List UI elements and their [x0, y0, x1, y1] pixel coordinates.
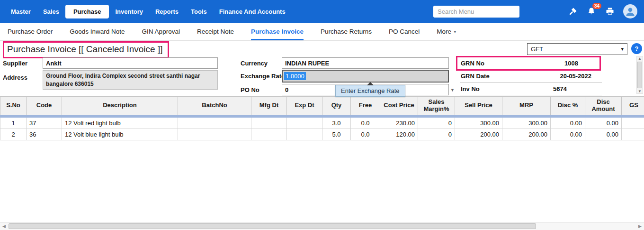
col-header-disc-pct: Disc %	[551, 97, 585, 115]
table-header-row: S.No Code Description BatchNo Mfg Dt Exp…	[0, 97, 644, 115]
cell-code[interactable]: 37	[27, 117, 62, 129]
cell-cost-price[interactable]: 230.00	[380, 117, 418, 129]
currency-input[interactable]	[282, 57, 449, 69]
cell-mrp[interactable]: 200.00	[502, 129, 551, 140]
items-grid: S.No Code Description BatchNo Mfg Dt Exp…	[0, 96, 644, 140]
cell-sales-margin[interactable]: 0	[418, 117, 455, 129]
menu-master[interactable]: Master	[5, 4, 37, 19]
tab-purchase-order[interactable]: Purchase Order	[8, 23, 53, 40]
cell-sno[interactable]: 1	[0, 117, 27, 129]
menu-tools[interactable]: Tools	[185, 4, 213, 19]
cell-qty[interactable]: 3.0	[322, 117, 351, 129]
search-input[interactable]	[433, 6, 519, 18]
col-header-description: Description	[62, 97, 178, 115]
tab-purchase-invoice[interactable]: Purchase Invoice	[251, 23, 304, 40]
cell-description[interactable]: 12 Volt red light bulb	[62, 117, 178, 129]
printer-icon[interactable]	[605, 6, 615, 17]
grn-date-value: 20-05-2022	[560, 73, 592, 80]
cell-disc-amount[interactable]: 0.00	[585, 129, 622, 140]
col-header-sno: S.No	[0, 97, 27, 115]
horizontal-scrollbar[interactable]: ◀ ▶	[0, 222, 644, 230]
col-header-gst: GS	[622, 97, 644, 115]
purchase-subnav: Purchase Order Goods Inward Note GIN App…	[0, 23, 644, 41]
cell-mfg-dt[interactable]	[251, 117, 287, 129]
cell-free[interactable]: 0.0	[351, 117, 380, 129]
cell-sell-price[interactable]: 200.00	[455, 129, 502, 140]
cell-disc-pct[interactable]: 0.00	[551, 117, 585, 129]
exchange-rate-selected-text: 1.0000	[284, 72, 306, 80]
exchange-rate-tooltip: Enter Exchange Rate	[335, 85, 405, 97]
app: { "colors": { "topbar_blue": "#1569d3", …	[0, 0, 644, 230]
grn-date-label: GRN Date	[461, 73, 490, 80]
address-label: Address	[3, 74, 27, 81]
notifications-bell-icon[interactable]: 34	[586, 6, 597, 17]
menu-purchase[interactable]: Purchase	[65, 5, 109, 18]
col-header-free: Free	[351, 97, 380, 115]
cell-gst[interactable]	[622, 117, 644, 129]
supplier-input[interactable]	[43, 57, 218, 69]
col-header-code: Code	[27, 97, 62, 115]
col-header-cost-price: Cost Price	[380, 97, 418, 115]
user-avatar[interactable]	[623, 4, 637, 18]
tab-po-cancel[interactable]: PO Cancel	[389, 23, 420, 40]
cell-sell-price[interactable]: 300.00	[455, 117, 502, 129]
col-header-mrp: MRP	[502, 97, 551, 115]
title-highlight-box: Purchase Invoice [[ Canceled Invoice ]]	[3, 41, 169, 58]
exchange-rate-input[interactable]: 1.0000	[282, 70, 449, 83]
cell-gst[interactable]	[622, 129, 644, 140]
menu-inventory[interactable]: Inventory	[109, 4, 149, 19]
cell-disc-amount[interactable]: 0.00	[585, 117, 622, 129]
cell-qty[interactable]: 5.0	[322, 129, 351, 140]
scroll-down-icon[interactable]: ▼	[638, 89, 642, 93]
grn-no-label: GRN No	[461, 60, 484, 67]
scroll-down-icon[interactable]: ▼	[450, 88, 455, 92]
col-header-sell-price: Sell Price	[455, 97, 502, 115]
help-button[interactable]: ?	[631, 43, 642, 54]
notification-badge: 34	[592, 3, 601, 9]
menu-finance-and-accounts[interactable]: Finance And Accounts	[213, 4, 292, 19]
gavel-icon[interactable]	[568, 6, 578, 17]
vertical-scroll-thumb[interactable]	[637, 62, 642, 88]
table-row: 1 37 12 Volt red light bulb 3.0 0.0 230.…	[0, 117, 644, 129]
col-header-qty: Qty	[322, 97, 351, 115]
col-header-batchno: BatchNo	[178, 97, 251, 115]
company-select[interactable]: GFT ▾	[527, 43, 627, 55]
cell-sales-margin[interactable]: 0	[418, 129, 455, 140]
scroll-up-icon[interactable]: ▲	[638, 56, 642, 61]
cell-disc-pct[interactable]: 0.00	[551, 129, 585, 140]
top-menu-bar: Master Sales Purchase Inventory Reports …	[0, 0, 644, 23]
vertical-scrollbar[interactable]: ▲ ▼	[636, 56, 643, 94]
cell-free[interactable]: 0.0	[351, 129, 380, 140]
chevron-down-icon: ▾	[621, 46, 624, 52]
menu-sales[interactable]: Sales	[37, 4, 65, 19]
tab-more[interactable]: More ▾	[437, 23, 456, 40]
scroll-left-icon[interactable]: ◀	[0, 222, 8, 230]
cell-mfg-dt[interactable]	[251, 129, 287, 140]
tab-gin-approval[interactable]: GIN Approval	[142, 23, 180, 40]
cell-cost-price[interactable]: 120.00	[380, 129, 418, 140]
currency-label: Currency	[241, 60, 268, 67]
cell-description[interactable]: 12 Volt blue light bulb	[62, 129, 178, 140]
page-title: Purchase Invoice [[ Canceled Invoice ]]	[7, 44, 162, 54]
cell-sno[interactable]: 2	[0, 129, 27, 140]
horizontal-scroll-thumb[interactable]	[9, 223, 536, 229]
tab-goods-inward-note[interactable]: Goods Inward Note	[70, 23, 125, 40]
col-header-mfg-dt: Mfg Dt	[251, 97, 287, 115]
col-header-exp-dt: Exp Dt	[287, 97, 322, 115]
menu-reports[interactable]: Reports	[149, 4, 185, 19]
scroll-right-icon[interactable]: ▶	[636, 222, 644, 230]
inv-no-label: Inv No	[461, 85, 480, 92]
address-field: Ground Floor, Indira Complex second stre…	[43, 70, 218, 90]
cell-batchno[interactable]	[178, 117, 251, 129]
chevron-down-icon: ▾	[454, 29, 456, 34]
tab-purchase-returns[interactable]: Purchase Returns	[321, 23, 372, 40]
col-header-sales-margin: Sales Margin%	[418, 97, 455, 115]
cell-mrp[interactable]: 300.00	[502, 117, 551, 129]
grn-no-value: 1008	[564, 60, 591, 67]
cell-exp-dt[interactable]	[287, 117, 322, 129]
cell-code[interactable]: 36	[27, 129, 62, 140]
cell-exp-dt[interactable]	[287, 129, 322, 140]
tab-receipt-note[interactable]: Receipt Note	[197, 23, 234, 40]
cell-batchno[interactable]	[178, 129, 251, 140]
supplier-label: Supplier	[3, 60, 27, 67]
